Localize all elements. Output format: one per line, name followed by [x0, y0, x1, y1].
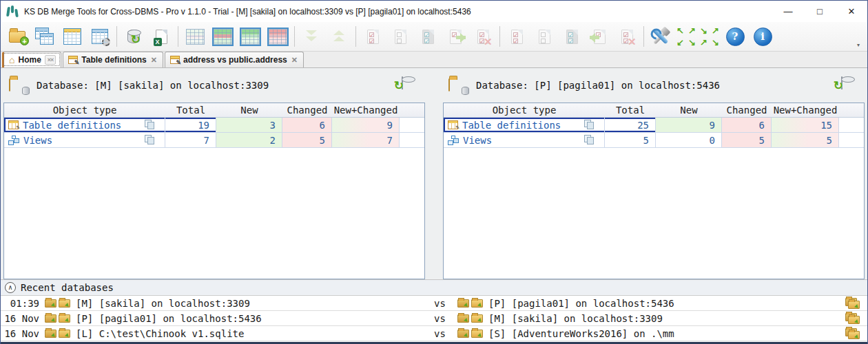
right-object-grid: Object type Total New Changed New+Change… [443, 103, 865, 279]
maximize-button[interactable]: □ [804, 1, 836, 22]
empty-cell [839, 118, 864, 132]
refresh-all-button[interactable]: ↻ [120, 23, 147, 50]
app-logo-icon [6, 6, 19, 18]
open-left-folder-icon[interactable] [457, 314, 469, 323]
show-changed-rows-button[interactable] [264, 23, 291, 50]
open-both-databases-icon[interactable] [845, 328, 860, 339]
changed-value: 5 [722, 133, 772, 147]
open-right-folder-icon[interactable] [59, 299, 70, 308]
drop-page-icon: ✓✓✕ [621, 30, 633, 44]
column-changed[interactable]: Changed [282, 103, 332, 117]
right-select-checked-button[interactable]: ✓✓ [503, 23, 530, 50]
open-both-databases-icon[interactable] [845, 313, 860, 324]
right-refresh-database-button[interactable]: ↻ [841, 77, 858, 94]
table-settings-button[interactable] [86, 23, 114, 50]
copy-icon[interactable] [145, 135, 156, 145]
toolbar-separator [294, 26, 295, 47]
column-changed[interactable]: Changed [722, 103, 772, 117]
options-button[interactable] [647, 23, 674, 50]
left-select-gray-button[interactable]: ✓✓ [414, 23, 442, 50]
plus-badge-icon: + [20, 36, 29, 45]
diff-navigation-arrows[interactable]: ↖ ↗ ↘ ↗ ↙ ↘ ↗ ↘ [674, 25, 721, 48]
minimize-button[interactable]: — [772, 1, 804, 22]
show-all-rows-button[interactable] [181, 23, 209, 50]
object-type-link[interactable]: Table definitions [462, 120, 561, 131]
column-object-type[interactable]: Object type [4, 103, 165, 117]
open-right-folder-icon[interactable] [59, 330, 70, 338]
views-icon [448, 136, 459, 145]
checklist-icon: ✓✓ [511, 30, 523, 44]
queries-at-a-glance-button[interactable] [59, 23, 86, 50]
close-all-tabs-button[interactable]: ×× [45, 55, 56, 65]
tab-address-compare[interactable]: address vs public.address ✕ [165, 52, 304, 67]
open-database-button[interactable]: + [3, 23, 31, 50]
next-difference-button[interactable] [298, 23, 325, 50]
column-new[interactable]: New [656, 103, 722, 117]
left-copy-to-right-button[interactable]: ✓ [442, 23, 469, 50]
table-row[interactable]: Table definitions 25 9 6 15 [444, 118, 864, 133]
help-button[interactable]: ? [721, 23, 749, 50]
column-total[interactable]: Total [165, 103, 216, 117]
right-select-gray-button[interactable]: ✓✓ [558, 23, 586, 50]
grid-diff-icon [214, 29, 232, 45]
column-new[interactable]: New [216, 103, 282, 117]
recent-row[interactable]: 16 Nov [L] C:\test\Chinook_v1.sqlite vs … [1, 326, 867, 341]
open-right-folder-icon[interactable] [471, 314, 483, 323]
collapse-icon[interactable]: ∧ [5, 282, 16, 293]
table-row[interactable]: Views 5 0 5 5 [444, 133, 864, 148]
close-button[interactable]: ✕ [836, 1, 867, 22]
previous-difference-button[interactable] [325, 23, 353, 50]
right-copy-to-left-button[interactable]: ✓ [586, 23, 613, 50]
show-different-rows-button[interactable] [209, 23, 236, 50]
tab-home[interactable]: ⌂ Home ×× [2, 52, 61, 67]
new-value: 9 [656, 118, 722, 132]
vs-label: vs [434, 313, 452, 324]
about-button[interactable]: i [749, 23, 776, 50]
total-value: 25 [605, 118, 656, 132]
open-left-folder-icon[interactable] [457, 330, 469, 338]
object-type-link[interactable]: Views [463, 135, 492, 146]
recent-row[interactable]: 16 Nov [P] [pagila01] on localhost:5436 … [1, 311, 867, 326]
show-new-rows-button[interactable] [236, 23, 264, 50]
open-right-folder-icon[interactable] [471, 330, 483, 338]
left-drop-selected-button[interactable]: ✓✓✕ [469, 23, 497, 50]
recent-right-db: [S] [AdventureWorks2016] on .\mm [488, 328, 845, 339]
open-both-databases-icon[interactable] [845, 298, 860, 309]
copy-icon[interactable] [584, 120, 595, 130]
open-left-folder-icon[interactable] [45, 330, 56, 338]
right-select-none-button[interactable] [530, 23, 558, 50]
tab-table-definitions[interactable]: Table definitions ✕ [63, 52, 163, 67]
object-type-link[interactable]: Views [23, 135, 52, 146]
empty-checklist-icon [539, 30, 550, 44]
open-right-folder-icon[interactable] [59, 314, 70, 323]
column-new-changed[interactable]: New+Changed [332, 103, 400, 117]
left-select-none-button[interactable] [386, 23, 414, 50]
tab-close-button[interactable]: ✕ [291, 56, 298, 65]
column-new-changed[interactable]: New+Changed [772, 103, 839, 117]
tab-close-button[interactable]: ✕ [150, 56, 158, 65]
open-left-folder-icon[interactable] [45, 299, 56, 308]
new-value: 3 [216, 118, 282, 132]
object-type-link[interactable]: Table definitions [23, 120, 121, 131]
table-edit-icon [170, 56, 180, 64]
column-object-type[interactable]: Object type [444, 103, 605, 117]
table-row[interactable]: Views 7 2 5 7 [4, 133, 424, 148]
left-select-checked-button[interactable]: ✓✓ [359, 23, 386, 50]
open-right-folder-icon[interactable] [471, 299, 483, 308]
open-left-folder-icon[interactable] [457, 299, 469, 308]
toolbar-overflow-button[interactable]: ▾ [854, 43, 863, 48]
recent-row[interactable]: 01:39 [M] [sakila] on localhost:3309 vs … [1, 296, 867, 311]
export-to-excel-button[interactable]: X [147, 23, 175, 50]
left-refresh-database-button[interactable]: ↻ [402, 77, 418, 94]
schema-objects-button[interactable] [31, 23, 59, 50]
column-total[interactable]: Total [605, 103, 656, 117]
recent-databases-title: Recent databases [21, 282, 114, 293]
copy-icon[interactable] [145, 120, 156, 130]
open-left-folder-icon[interactable] [45, 314, 56, 323]
table-definitions-icon [8, 120, 19, 129]
database-folder-icon [448, 79, 466, 92]
checklist-icon: ✓✓ [367, 30, 379, 44]
table-row[interactable]: Table definitions 19 3 6 9 [4, 118, 424, 133]
copy-icon[interactable] [584, 135, 595, 145]
right-drop-selected-button[interactable]: ✓✓✕ [613, 23, 641, 50]
